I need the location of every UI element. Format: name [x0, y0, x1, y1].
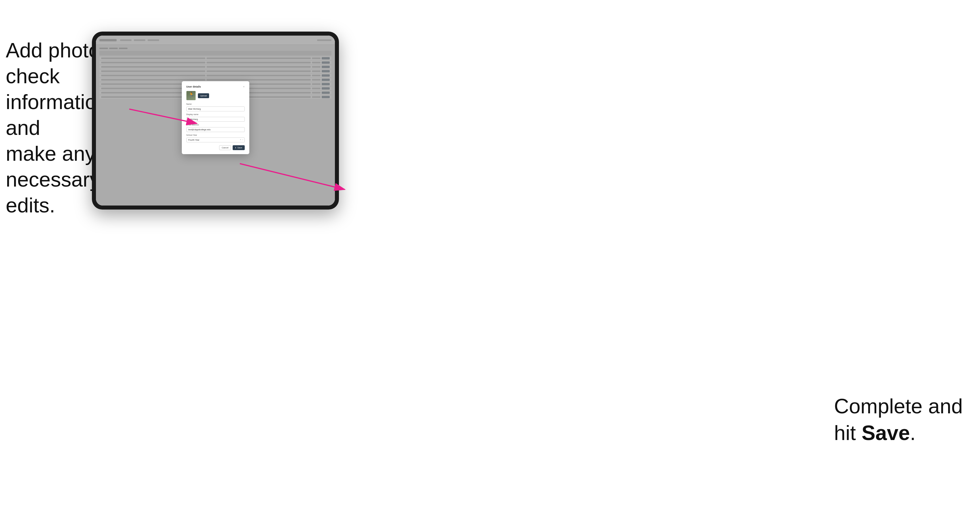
display-name-field-group: Display name [186, 113, 245, 122]
right-annotation: Complete and hit Save. [834, 393, 963, 447]
modal-header: User details × [186, 85, 245, 88]
modal-overlay: User details × Upload Name Dis [96, 36, 335, 206]
modal-footer: Cancel ⬆ Save [186, 145, 245, 150]
tablet-frame: User details × Upload Name Dis [92, 32, 339, 210]
email-field-group: Email address [186, 124, 245, 132]
avatar-image [186, 91, 196, 100]
school-year-input[interactable] [186, 138, 245, 142]
school-year-input-icons: × ⌄ [240, 138, 243, 141]
tablet-screen: User details × Upload Name Dis [96, 36, 335, 206]
school-year-wrapper: × ⌄ [186, 137, 245, 142]
school-year-field-group: School Year × ⌄ [186, 134, 245, 142]
chevron-down-icon[interactable]: ⌄ [242, 138, 243, 141]
name-input[interactable] [186, 106, 245, 111]
avatar [186, 91, 196, 100]
annotation-line4: necessary edits. [6, 168, 100, 217]
display-name-label: Display name [186, 113, 245, 115]
photo-upload-row: Upload [186, 91, 245, 100]
name-field-group: Name [186, 103, 245, 111]
modal-title: User details [186, 85, 201, 88]
school-year-label: School Year [186, 134, 245, 136]
save-button[interactable]: ⬆ Save [233, 145, 244, 150]
annotation-right-line1: Complete and [834, 395, 963, 417]
email-label: Email address [186, 124, 245, 126]
user-details-modal: User details × Upload Name Dis [182, 81, 249, 154]
name-label: Name [186, 103, 245, 105]
save-icon: ⬆ [235, 147, 236, 149]
clear-icon[interactable]: × [240, 139, 241, 141]
display-name-input[interactable] [186, 117, 245, 122]
close-icon[interactable]: × [243, 86, 244, 88]
cancel-button[interactable]: Cancel [219, 145, 231, 150]
annotation-line1: Add photo, check [6, 39, 106, 87]
email-input[interactable] [186, 127, 245, 132]
save-label: Save [237, 146, 242, 149]
upload-photo-button[interactable]: Upload [198, 93, 209, 98]
annotation-right-line2: hit Save. [834, 421, 916, 444]
annotation-line3: make any [6, 142, 95, 165]
